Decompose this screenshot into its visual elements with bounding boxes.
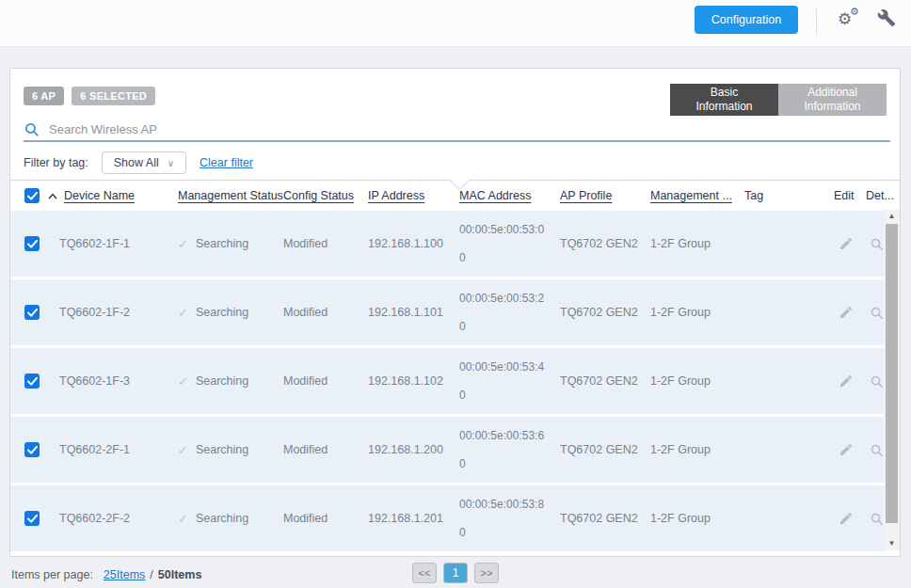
management-status: Searching — [196, 443, 248, 456]
status-check-icon: ✓ — [178, 374, 188, 389]
pagination-page-1-button[interactable]: 1 — [443, 563, 468, 583]
edit-pencil-icon[interactable] — [838, 235, 855, 252]
column-config-status[interactable]: Config Status — [283, 189, 354, 202]
row-checkbox[interactable] — [24, 236, 40, 251]
edit-pencil-icon[interactable] — [838, 441, 855, 458]
page-size-separator: / — [150, 568, 152, 581]
details-magnifier-icon[interactable] — [868, 441, 885, 458]
filter-bar: Filter by tag: Show All ∨ Clear filter — [24, 151, 253, 174]
management-group: 1-2F Group — [641, 512, 735, 525]
column-device-name[interactable]: Device Name — [64, 189, 135, 202]
settings-gears-icon[interactable]: ⚙︎ ⚙︎ — [836, 6, 864, 34]
management-status: Searching — [196, 237, 248, 250]
ap-profile: TQ6702 GEN2 — [551, 512, 641, 525]
page-size-25-link[interactable]: 25Items — [104, 568, 145, 581]
mac-address: 00:00:5e:00:53:00 — [459, 215, 550, 272]
ap-profile: TQ6702 GEN2 — [551, 374, 641, 388]
search-input[interactable] — [49, 122, 890, 136]
tag-filter-value: Show All — [114, 156, 159, 169]
column-edit: Edit — [834, 189, 855, 202]
status-check-icon: ✓ — [178, 512, 188, 526]
ap-profile: TQ6702 GEN2 — [551, 443, 641, 456]
management-status: Searching — [196, 374, 248, 388]
device-name: TQ6602-1F-3 — [48, 374, 168, 388]
details-magnifier-icon[interactable] — [868, 373, 885, 389]
configuration-button[interactable]: Configuration — [695, 6, 798, 34]
row-checkbox[interactable] — [24, 442, 40, 457]
management-group: 1-2F Group — [641, 237, 735, 250]
column-mac-address[interactable]: MAC Address — [459, 189, 531, 202]
tab-additional-information[interactable]: Additional Information — [778, 84, 887, 116]
column-ap-profile[interactable]: AP Profile — [560, 189, 612, 202]
details-magnifier-icon[interactable] — [868, 235, 885, 252]
pagination: << 1 >> — [412, 563, 499, 583]
row-checkbox[interactable] — [24, 511, 40, 526]
tab-basic-information[interactable]: Basic Information — [670, 84, 778, 116]
tag-filter-dropdown[interactable]: Show All ∨ — [102, 151, 186, 174]
mac-address: 00:00:5e:00:53:20 — [459, 284, 550, 341]
mac-address: 00:00:5e:00:53:60 — [459, 421, 550, 478]
table-footer: Items per page: 25Items / 50Items << 1 >… — [11, 563, 900, 587]
wireless-ap-panel: 6 AP 6 SELECTED Basic Information Additi… — [9, 68, 901, 557]
column-tag: Tag — [744, 189, 763, 202]
config-status: Modified — [274, 237, 359, 250]
scroll-up-arrow-icon[interactable]: ▲ — [884, 210, 900, 223]
scroll-down-arrow-icon[interactable]: ▼ — [884, 537, 900, 550]
config-status: Modified — [274, 306, 359, 319]
status-check-icon: ✓ — [178, 237, 188, 251]
search-bar — [24, 118, 890, 142]
filter-by-tag-label: Filter by tag: — [24, 156, 88, 169]
management-group: 1-2F Group — [641, 443, 735, 456]
mac-address: 00:00:5e:00:53:80 — [459, 490, 550, 547]
ip-address: 192.168.1.100 — [359, 237, 450, 250]
pagination-next-button[interactable]: >> — [474, 563, 499, 583]
column-ip-address[interactable]: IP Address — [368, 189, 424, 202]
wrench-icon[interactable] — [877, 8, 898, 29]
ap-profile: TQ6702 GEN2 — [551, 237, 641, 250]
clear-filter-link[interactable]: Clear filter — [200, 156, 253, 169]
column-management-other[interactable]: Management ... — [650, 189, 732, 202]
status-check-icon: ✓ — [178, 306, 188, 320]
config-status: Modified — [274, 443, 359, 456]
details-magnifier-icon[interactable] — [868, 510, 885, 527]
header-notch — [450, 170, 470, 190]
device-name: TQ6602-1F-1 — [48, 237, 168, 250]
edit-pencil-icon[interactable] — [838, 304, 855, 321]
row-checkbox[interactable] — [24, 373, 40, 389]
table-row: TQ6602-2F-2 ✓Searching Modified 192.168.… — [10, 485, 884, 551]
device-name: TQ6602-2F-1 — [48, 443, 168, 456]
management-group: 1-2F Group — [641, 306, 735, 319]
scrollbar-thumb[interactable] — [886, 224, 898, 523]
device-name: TQ6602-2F-2 — [48, 512, 168, 525]
table-row: TQ6602-2F-1 ✓Searching Modified 192.168.… — [10, 417, 884, 483]
info-tabs: Basic Information Additional Information — [670, 84, 887, 116]
management-status: Searching — [196, 512, 248, 525]
items-per-page-label: Items per page: — [11, 568, 93, 581]
table-row: TQ6602-1F-1 ✓Searching Modified 192.168.… — [10, 211, 884, 277]
topbar-divider — [816, 8, 817, 35]
ip-address: 192.168.1.200 — [359, 443, 450, 456]
table-header: Device Name Management Status Config Sta… — [10, 180, 900, 211]
vertical-scrollbar: ▲ ▼ — [884, 210, 900, 550]
column-management-status[interactable]: Management Status — [178, 189, 283, 202]
pagination-prev-button[interactable]: << — [412, 563, 437, 583]
mac-address: 00:00:5e:00:53:40 — [459, 353, 550, 409]
select-all-checkbox[interactable] — [24, 188, 40, 203]
sort-ascending-icon[interactable] — [48, 193, 57, 199]
management-group: 1-2F Group — [641, 374, 735, 388]
edit-pencil-icon[interactable] — [838, 510, 855, 527]
ip-address: 192.168.1.101 — [359, 306, 450, 319]
edit-pencil-icon[interactable] — [838, 373, 855, 389]
row-checkbox[interactable] — [24, 305, 40, 320]
count-badges: 6 AP 6 SELECTED — [24, 87, 155, 105]
table-row: TQ6602-1F-3 ✓Searching Modified 192.168.… — [10, 348, 884, 414]
status-check-icon: ✓ — [178, 443, 188, 457]
ip-address: 192.168.1.102 — [359, 374, 450, 388]
table-row: TQ6602-1F-2 ✓Searching Modified 192.168.… — [10, 279, 884, 345]
details-magnifier-icon[interactable] — [868, 304, 885, 321]
search-icon — [24, 121, 40, 137]
page-size-50-current[interactable]: 50Items — [158, 568, 202, 581]
ap-profile: TQ6702 GEN2 — [551, 306, 641, 319]
chevron-down-icon: ∨ — [168, 158, 174, 168]
config-status: Modified — [274, 374, 359, 388]
